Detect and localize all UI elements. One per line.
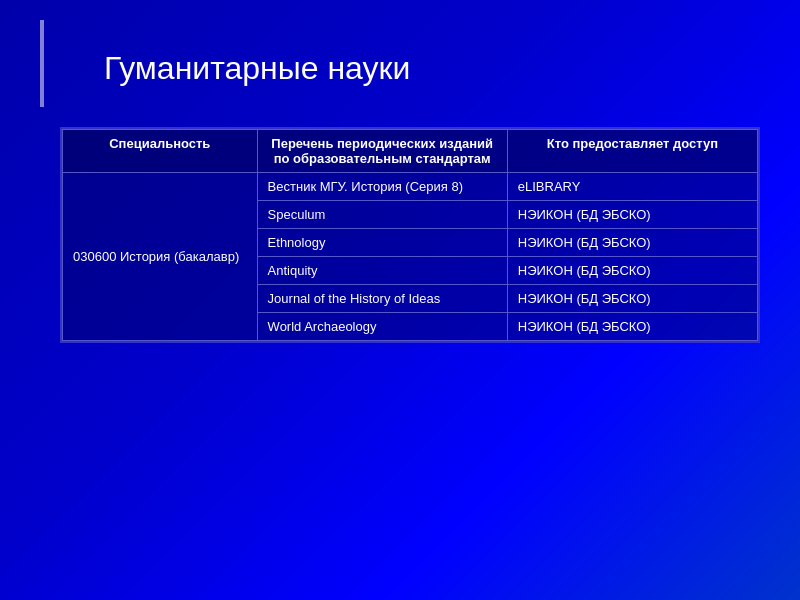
provider-cell: eLIBRARY — [507, 173, 757, 201]
table-header-row: Специальность Перечень периодических изд… — [63, 130, 758, 173]
periodical-cell: World Archaeology — [257, 313, 507, 341]
periodical-cell: Journal of the History of Ideas — [257, 285, 507, 313]
table-row: 030600 История (бакалавр)Вестник МГУ. Ис… — [63, 173, 758, 201]
periodical-cell: Ethnology — [257, 229, 507, 257]
periodicals-table: Специальность Перечень периодических изд… — [62, 129, 758, 341]
provider-cell: НЭИКОН (БД ЭБСКО) — [507, 313, 757, 341]
provider-cell: НЭИКОН (БД ЭБСКО) — [507, 257, 757, 285]
provider-cell: НЭИКОН (БД ЭБСКО) — [507, 285, 757, 313]
periodical-cell: Antiquity — [257, 257, 507, 285]
main-table-container: Специальность Перечень периодических изд… — [60, 127, 760, 343]
periodical-cell: Вестник МГУ. История (Серия 8) — [257, 173, 507, 201]
header-specialty: Специальность — [63, 130, 258, 173]
provider-cell: НЭИКОН (БД ЭБСКО) — [507, 201, 757, 229]
page-title: Гуманитарные науки — [40, 20, 800, 107]
header-periodicals: Перечень периодических изданий по образо… — [257, 130, 507, 173]
header-provider: Кто предоставляет доступ — [507, 130, 757, 173]
specialty-cell: 030600 История (бакалавр) — [63, 173, 258, 341]
provider-cell: НЭИКОН (БД ЭБСКО) — [507, 229, 757, 257]
periodical-cell: Speculum — [257, 201, 507, 229]
